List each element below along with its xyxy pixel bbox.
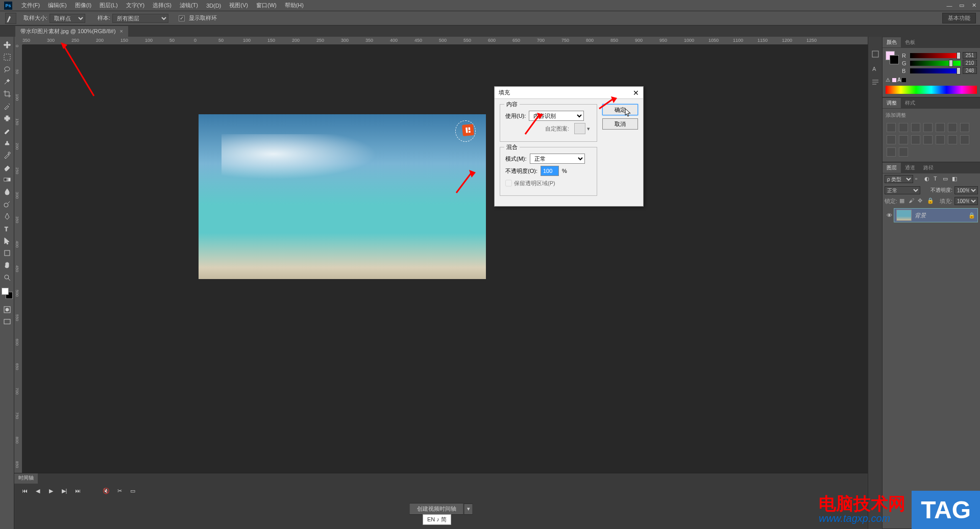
menu-3d[interactable]: 3D(D)	[202, 1, 225, 10]
menu-layer[interactable]: 图层(L)	[95, 0, 121, 11]
levels-adjust-icon[interactable]	[899, 123, 908, 132]
quick-mask-toggle[interactable]	[2, 304, 13, 315]
layer-filter-kind[interactable]: ρ 类型	[885, 175, 913, 183]
g-value[interactable]: 210	[963, 60, 977, 66]
styles-tab[interactable]: 样式	[901, 98, 919, 108]
canvas-area[interactable]: 3503002502001501005005010015020025030035…	[14, 37, 868, 529]
brightness-adjust-icon[interactable]	[887, 123, 896, 132]
mode-dropdown[interactable]: 正常	[530, 154, 585, 164]
current-tool-icon[interactable]	[5, 13, 16, 24]
timeline-last-frame[interactable]: ⏭	[74, 487, 82, 495]
menu-view[interactable]: 视图(V)	[225, 0, 252, 11]
color-swatches[interactable]	[2, 288, 13, 299]
hue-strip[interactable]	[886, 86, 977, 94]
brush-tool[interactable]	[2, 125, 13, 136]
color-tab[interactable]: 颜色	[883, 37, 901, 47]
lock-all-icon[interactable]: 🔒	[927, 197, 934, 205]
menu-window[interactable]: 窗口(W)	[252, 0, 281, 11]
healing-brush-tool[interactable]	[2, 113, 13, 124]
posterize-icon[interactable]	[936, 135, 945, 144]
timeline-tab[interactable]: 时间轴	[14, 473, 38, 484]
sample-dropdown[interactable]: 所有图层	[112, 14, 168, 23]
dialog-close-button[interactable]: ✕	[633, 89, 639, 97]
adjust-tab[interactable]: 调整	[883, 98, 901, 108]
menu-filter[interactable]: 滤镜(T)	[176, 0, 202, 11]
marquee-tool[interactable]	[2, 52, 13, 63]
screen-mode-toggle[interactable]	[2, 316, 13, 328]
layer-opacity-input[interactable]: 100%	[954, 186, 978, 194]
layer-name[interactable]: 背景	[915, 212, 926, 219]
bw-adjust-icon[interactable]	[960, 123, 969, 132]
history-panel-icon[interactable]	[870, 48, 881, 60]
eraser-tool[interactable]	[2, 162, 13, 173]
channels-tab[interactable]: 通道	[901, 163, 919, 173]
exposure-adjust-icon[interactable]	[923, 123, 933, 132]
threshold-icon[interactable]	[948, 135, 957, 144]
filter-adjust-icon[interactable]: ◐	[924, 175, 932, 183]
use-dropdown[interactable]: 内容识别	[529, 111, 584, 121]
character-panel-icon[interactable]: A	[870, 63, 881, 74]
hue-adjust-icon[interactable]	[948, 123, 957, 132]
timeline-audio-icon[interactable]: 🔇	[102, 487, 110, 495]
menu-help[interactable]: 帮助(H)	[281, 0, 308, 11]
filter-shape-icon[interactable]: ▭	[943, 175, 950, 183]
canvas-viewport[interactable]	[22, 45, 868, 517]
dodge-tool[interactable]	[2, 198, 13, 210]
minimize-button[interactable]: —	[943, 1, 955, 10]
curves-adjust-icon[interactable]	[911, 123, 920, 132]
b-value[interactable]: 248	[963, 67, 977, 74]
paths-tab[interactable]: 路径	[919, 163, 938, 173]
eyedropper-tool[interactable]	[2, 100, 13, 112]
tab-close-icon[interactable]: ×	[120, 28, 123, 34]
history-brush-tool[interactable]	[2, 149, 13, 161]
foreground-color-swatch[interactable]	[2, 288, 9, 295]
adjust-icon-16[interactable]	[899, 147, 908, 157]
selective-color-icon[interactable]	[887, 147, 896, 157]
timeline-first-frame[interactable]: ⏮	[20, 487, 29, 495]
ok-button[interactable]: 确定	[602, 104, 638, 115]
cancel-button[interactable]: 取消	[602, 118, 638, 130]
invert-adjust-icon[interactable]	[923, 135, 933, 144]
sample-size-dropdown[interactable]: 取样点	[50, 14, 85, 23]
menu-select[interactable]: 选择(S)	[149, 0, 176, 11]
shape-tool[interactable]	[2, 247, 13, 259]
filter-pixel-icon[interactable]: ▫	[915, 175, 922, 183]
channel-mixer-icon[interactable]	[899, 135, 908, 144]
create-timeline-dropdown[interactable]: ▾	[464, 503, 473, 515]
filter-smart-icon[interactable]: ◧	[952, 175, 959, 183]
r-value[interactable]: 251	[963, 52, 977, 59]
show-sampling-ring-checkbox[interactable]	[179, 15, 185, 21]
type-tool[interactable]: T	[2, 223, 13, 234]
lock-pixels-icon[interactable]: 🖌	[909, 197, 916, 205]
blend-mode-dropdown[interactable]: 正常	[885, 186, 920, 194]
timeline-prev-frame[interactable]: ◀	[34, 487, 42, 495]
blur-tool[interactable]	[2, 186, 13, 197]
layer-row-background[interactable]: 背景 🔒	[894, 208, 978, 222]
close-button[interactable]: ✕	[968, 1, 980, 10]
pen-tool[interactable]	[2, 211, 13, 222]
photo-filter-icon[interactable]	[887, 135, 896, 144]
crop-tool[interactable]	[2, 88, 13, 99]
timeline-transition-icon[interactable]: ▭	[129, 487, 137, 495]
menu-image[interactable]: 图像(I)	[71, 0, 95, 11]
timeline-next-frame[interactable]: ▶|	[60, 487, 68, 495]
create-video-timeline-button[interactable]: 创建视频时间轴	[409, 503, 464, 515]
menu-file[interactable]: 文件(F)	[17, 0, 44, 11]
filter-type-icon[interactable]: T	[934, 175, 941, 183]
menu-edit[interactable]: 编辑(E)	[44, 0, 71, 11]
magic-wand-tool[interactable]	[2, 76, 13, 87]
swatches-tab[interactable]: 色板	[901, 37, 919, 47]
layers-tab[interactable]: 图层	[883, 163, 901, 173]
maximize-button[interactable]: ▭	[955, 1, 968, 10]
vibrance-adjust-icon[interactable]	[936, 123, 945, 132]
gradient-map-icon[interactable]	[960, 135, 969, 144]
workspace-switcher[interactable]: 基本功能	[942, 13, 976, 23]
g-slider[interactable]	[910, 61, 961, 66]
b-slider[interactable]	[910, 68, 961, 73]
document-tab[interactable]: 带水印图片素材.jpg @ 100%(RGB/8#) ×	[15, 26, 128, 37]
layer-thumbnail[interactable]	[896, 210, 912, 221]
gradient-tool[interactable]	[2, 174, 13, 185]
paragraph-panel-icon[interactable]	[870, 77, 881, 88]
timeline-split-icon[interactable]: ✂	[115, 487, 124, 495]
path-selection-tool[interactable]	[2, 235, 13, 246]
